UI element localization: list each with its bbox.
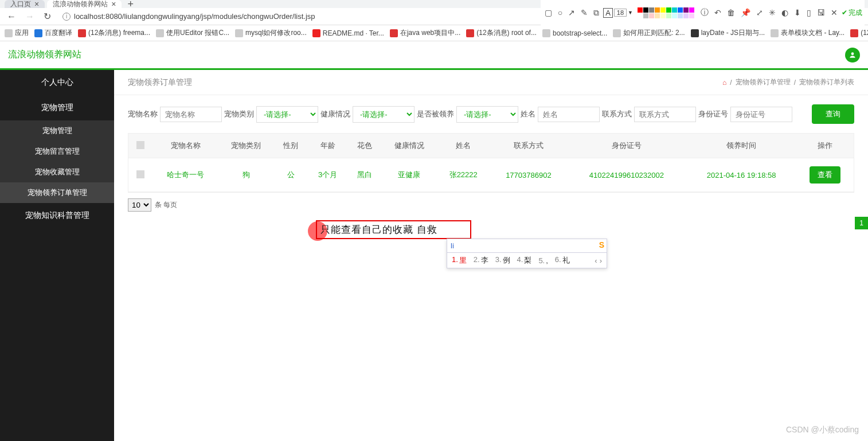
color-swatch[interactable] [643, 7, 648, 13]
breadcrumb-link[interactable]: 宠物领养订单管理 [736, 77, 791, 87]
color-swatch[interactable] [638, 13, 643, 18]
color-swatch[interactable] [672, 13, 677, 18]
reload-button[interactable]: ↻ [41, 10, 53, 23]
ime-candidate[interactable]: 2.李 [474, 255, 488, 266]
adopted-select[interactable]: -请选择- [456, 106, 518, 123]
sidebar-sub-favorites[interactable]: 宠物收藏管理 [0, 162, 114, 182]
bookmark-item[interactable]: 使用UEditor 报错C... [156, 28, 229, 38]
color-swatch[interactable] [655, 7, 660, 13]
ime-candidate[interactable]: 4.梨 [517, 255, 532, 266]
bookmark-item[interactable]: mysql如何修改roo... [235, 28, 307, 38]
bookmark-item[interactable]: 百度翻译 [34, 28, 72, 38]
save-icon[interactable]: 🖫 [815, 8, 827, 17]
new-tab-button[interactable]: + [124, 0, 137, 10]
square-icon[interactable]: ▢ [543, 8, 554, 17]
bookmark-item[interactable]: 在java web项目中... [390, 28, 460, 38]
color-swatch[interactable] [643, 13, 648, 18]
trash-icon[interactable]: 🗑 [725, 8, 737, 17]
checkbox-header[interactable] [128, 134, 153, 158]
done-badge[interactable]: ✔完成 [842, 8, 862, 18]
query-button[interactable]: 查询 [812, 104, 854, 124]
font-control[interactable]: A 18 ▼ [603, 8, 633, 18]
cell-age: 3个月 [308, 158, 348, 192]
phone-input[interactable] [634, 107, 696, 122]
color-palette[interactable] [638, 7, 694, 18]
sidebar-item-pets[interactable]: 宠物管理 [0, 95, 114, 120]
undo-icon[interactable]: ↶ [713, 8, 723, 17]
pet-type-select[interactable]: -请选择- [256, 106, 318, 123]
bookmark-item[interactable]: (12条消息) freema... [78, 28, 150, 38]
bookmark-item[interactable]: README.md · Ter... [312, 29, 384, 37]
color-swatch[interactable] [678, 7, 683, 13]
phone-icon[interactable]: ▯ [805, 8, 813, 17]
apps-button[interactable]: 应用 [5, 28, 29, 38]
color-swatch[interactable] [689, 13, 694, 18]
view-button[interactable]: 查看 [810, 166, 840, 184]
sidebar-sub-pets[interactable]: 宠物管理 [0, 120, 114, 141]
info-icon[interactable]: i [62, 13, 71, 21]
ime-nav[interactable]: ‹› [595, 256, 602, 265]
back-button[interactable]: ← [5, 10, 18, 23]
health-select[interactable]: -请选择- [353, 106, 415, 123]
breadcrumb-link[interactable]: 宠物领养订单列表 [799, 77, 854, 87]
info-icon[interactable]: ⓘ [699, 7, 710, 18]
row-checkbox[interactable] [128, 158, 153, 192]
copy-icon[interactable]: ⧉ [592, 8, 601, 18]
expand-icon[interactable]: ⤢ [754, 8, 765, 17]
browser-tab[interactable]: 入口页 × [5, 0, 45, 8]
crosshair-icon[interactable]: ✳ [767, 8, 777, 17]
sidebar-item-profile[interactable]: 个人中心 [0, 70, 114, 95]
bookmark-item[interactable]: (12条消息) root of... [466, 28, 537, 38]
bookmark-item[interactable]: 表单模块文档 - Lay... [771, 28, 844, 38]
sidebar-item-knowledge[interactable]: 宠物知识科普管理 [0, 203, 114, 228]
color-swatch[interactable] [649, 13, 654, 18]
page-size-select[interactable]: 10 [128, 198, 151, 212]
ime-candidate[interactable]: 6.礼 [555, 255, 570, 266]
color-swatch[interactable] [683, 13, 689, 18]
color-swatch[interactable] [666, 13, 671, 18]
person-name-input[interactable] [538, 107, 600, 122]
close-icon[interactable]: × [111, 0, 116, 9]
ime-candidate-window[interactable]: li S 1.里 2.李 3.例 4.梨 5., 6.礼 ‹› [447, 239, 607, 268]
ime-candidate[interactable]: 1.里 [452, 255, 467, 266]
contrast-icon[interactable]: ◐ [780, 8, 790, 17]
idcard-input[interactable] [730, 107, 792, 122]
color-swatch[interactable] [666, 7, 671, 13]
arrow-icon[interactable]: ↗ [566, 8, 577, 17]
pen-icon[interactable]: ✎ [579, 8, 589, 17]
chevron-down-icon[interactable]: ▼ [628, 10, 633, 15]
bookmark-item[interactable]: layDate - JS日期与... [691, 28, 765, 38]
circle-icon[interactable]: ○ [556, 8, 564, 17]
bookmark-item[interactable]: (12条消息) 关于lay... [850, 28, 868, 38]
color-swatch[interactable] [638, 7, 643, 13]
table-row[interactable]: 哈士奇一号 狗 公 3个月 黑白 亚健康 张22222 17703786902 … [128, 158, 854, 192]
bookmark-item[interactable]: 如何用正则匹配: 2... [613, 28, 685, 38]
sidebar-sub-messages[interactable]: 宠物留言管理 [0, 141, 114, 162]
sogou-logo-icon: S [599, 240, 604, 249]
bookmark-item[interactable]: bootstrap-select... [542, 29, 607, 37]
pin-icon[interactable]: 📌 [739, 8, 752, 17]
color-swatch[interactable] [649, 7, 654, 13]
home-icon[interactable]: ⌂ [722, 79, 726, 87]
close-ext-icon[interactable]: ✕ [829, 8, 839, 17]
bookmark-icon [78, 29, 86, 37]
color-swatch[interactable] [660, 7, 666, 13]
color-swatch[interactable] [678, 13, 683, 18]
forward-button[interactable]: → [23, 10, 37, 23]
color-swatch[interactable] [689, 7, 694, 13]
close-icon[interactable]: × [34, 0, 39, 9]
url-text: localhost:8080/liulangdongwulingyang/jsp… [74, 12, 315, 21]
sidebar-sub-orders[interactable]: 宠物领养订单管理 [0, 182, 114, 203]
ime-candidate[interactable]: 5., [538, 256, 548, 265]
ime-candidate[interactable]: 3.例 [495, 255, 510, 266]
color-swatch[interactable] [655, 13, 660, 18]
color-swatch[interactable] [683, 7, 689, 13]
pet-name-input[interactable] [160, 107, 222, 122]
cell-idcard: 410224199610232002 [568, 158, 686, 192]
page-number-badge[interactable]: 1 [855, 217, 868, 229]
browser-tab-active[interactable]: 流浪动物领养网站 × [47, 0, 122, 8]
color-swatch[interactable] [660, 13, 666, 18]
download-icon[interactable]: ⬇ [792, 8, 803, 17]
avatar[interactable] [845, 48, 860, 63]
color-swatch[interactable] [672, 7, 677, 13]
